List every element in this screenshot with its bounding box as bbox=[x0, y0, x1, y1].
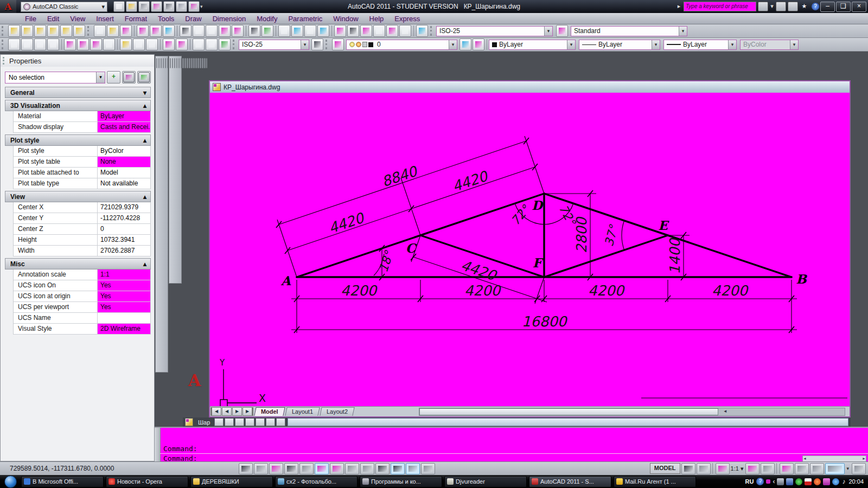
nav-prev-icon[interactable]: ◀ bbox=[222, 407, 232, 416]
select-objects-button[interactable] bbox=[122, 71, 136, 84]
draw-tool-icon[interactable] bbox=[156, 58, 157, 68]
chevron-up-icon[interactable]: ▴ bbox=[143, 137, 146, 144]
auto-annotation-icon[interactable] bbox=[761, 463, 775, 474]
property-row[interactable]: UCS icon at originYes bbox=[14, 291, 150, 302]
polar-toggle[interactable] bbox=[299, 463, 314, 474]
tool-palettes-icon[interactable] bbox=[360, 25, 372, 37]
model-space-canvas[interactable]: 4420 4420 8840 4420 2800 1400 4200 4200 … bbox=[210, 93, 850, 407]
menu-file[interactable]: File bbox=[20, 15, 42, 23]
dim-style-brush-icon[interactable] bbox=[311, 38, 323, 50]
aligned-dimension-icon[interactable] bbox=[21, 38, 33, 50]
menu-help[interactable]: Help bbox=[364, 15, 390, 23]
window-button[interactable] bbox=[214, 418, 224, 426]
constraint-lock-icon[interactable] bbox=[8, 25, 20, 37]
hardware-acceleration-icon[interactable] bbox=[810, 463, 824, 474]
undo-icon[interactable] bbox=[248, 25, 260, 37]
chevron-down-icon[interactable]: ▾ bbox=[96, 72, 105, 83]
tab-layout2[interactable]: Layout2 bbox=[320, 407, 355, 416]
taskbar-item-opera[interactable]: Новости - Opera bbox=[106, 476, 188, 487]
open-file-icon[interactable] bbox=[126, 1, 137, 12]
menu-modify[interactable]: Modify bbox=[251, 15, 283, 23]
section-plot-style[interactable]: Plot style ▴ bbox=[5, 134, 151, 146]
tray-icon[interactable] bbox=[805, 478, 812, 485]
workspace-switcher[interactable]: AutoCAD Classic ▾ bbox=[21, 2, 107, 12]
quick-calc-icon[interactable] bbox=[399, 25, 411, 37]
snap-toggle[interactable] bbox=[254, 463, 268, 474]
modify-tool-icon[interactable] bbox=[205, 58, 206, 68]
modify-tool-icon[interactable] bbox=[170, 58, 171, 68]
chevron-down-icon[interactable]: ▾ bbox=[567, 40, 575, 49]
menu-draw[interactable]: Draw bbox=[180, 15, 207, 23]
chevron-down-icon[interactable]: ▾ bbox=[301, 40, 309, 49]
property-row[interactable]: UCS Name bbox=[14, 313, 150, 324]
plot-preview-icon[interactable] bbox=[150, 25, 162, 37]
cut-icon[interactable] bbox=[180, 25, 192, 37]
plot-icon[interactable] bbox=[188, 1, 200, 12]
modify-tool-icon[interactable] bbox=[187, 58, 188, 68]
property-row[interactable]: Center Y-112270.4228 bbox=[14, 213, 150, 224]
redo-icon[interactable] bbox=[261, 25, 273, 37]
clean-screen-icon[interactable] bbox=[852, 463, 866, 474]
center-mark-icon[interactable] bbox=[176, 38, 188, 50]
annotation-scale-value[interactable]: 1:1 ▾ bbox=[731, 465, 744, 472]
design-center-icon[interactable] bbox=[347, 25, 359, 37]
undo-icon[interactable] bbox=[163, 1, 175, 12]
taskbar-item-djvureader[interactable]: Djvureader bbox=[444, 476, 527, 487]
chevron-up-icon[interactable]: ▴ bbox=[143, 260, 146, 268]
taskbar-item-office[interactable]: В Microsoft Offi... bbox=[21, 476, 104, 487]
chevron-down-icon[interactable]: ▾ bbox=[544, 27, 552, 36]
menu-insert[interactable]: Insert bbox=[91, 15, 119, 23]
language-indicator[interactable]: RU bbox=[745, 478, 754, 485]
transparency-toggle[interactable] bbox=[406, 463, 420, 474]
section-misc[interactable]: Misc ▴ bbox=[5, 258, 151, 269]
layer-states-icon[interactable] bbox=[459, 38, 471, 50]
lineweight-toggle[interactable] bbox=[391, 463, 405, 474]
draw-tool-icon[interactable] bbox=[167, 58, 168, 68]
property-row[interactable]: Shadow displayCasts and Recei... bbox=[14, 122, 150, 133]
pan-icon[interactable] bbox=[278, 25, 290, 37]
toolbar-grip[interactable] bbox=[87, 26, 92, 36]
angular-dimension-icon[interactable] bbox=[103, 38, 115, 50]
modify-tool-icon[interactable] bbox=[183, 58, 184, 68]
save-as-icon[interactable] bbox=[151, 1, 162, 12]
modify-tool-icon[interactable] bbox=[185, 58, 186, 68]
expander-icon[interactable]: ▸ bbox=[674, 2, 684, 11]
property-row[interactable]: UCS per viewportYes bbox=[14, 302, 150, 313]
diameter-dimension-icon[interactable] bbox=[90, 38, 102, 50]
selection-combo[interactable]: No selection ▾ bbox=[5, 72, 105, 84]
publish-icon[interactable] bbox=[163, 25, 175, 37]
constraint-lock-icon[interactable] bbox=[21, 25, 33, 37]
modify-tool-icon[interactable] bbox=[178, 58, 180, 68]
tray-expand-icon[interactable]: ‹ bbox=[773, 478, 775, 485]
dimension-edit-icon[interactable] bbox=[193, 38, 205, 50]
modify-tool-icon[interactable] bbox=[192, 58, 193, 68]
menu-edit[interactable]: Edit bbox=[42, 15, 65, 23]
modify-tool-icon[interactable] bbox=[198, 58, 199, 68]
redo-icon[interactable] bbox=[176, 1, 187, 12]
coordinates-display[interactable]: 729589.5014, -117311.6780, 0.0000 bbox=[10, 465, 145, 472]
quick-select-button[interactable] bbox=[137, 71, 151, 84]
help-icon[interactable] bbox=[416, 25, 428, 37]
draw-tool-icon[interactable] bbox=[206, 58, 207, 68]
taskbar-item-photoalbum[interactable]: cx2 - Фотоальбо... bbox=[275, 476, 358, 487]
save-icon[interactable] bbox=[138, 1, 150, 12]
pickadd-toggle-button[interactable]: + bbox=[107, 71, 120, 84]
phone-tray-icon[interactable] bbox=[823, 478, 830, 485]
ortho-toggle[interactable] bbox=[284, 463, 298, 474]
layer-properties-icon[interactable] bbox=[332, 38, 344, 50]
background-window-titlebar[interactable]: Шар bbox=[183, 418, 851, 427]
command-window[interactable]: Command: Command: Command: *Cancel* Comm… bbox=[155, 427, 868, 461]
status-menu-bulb-icon[interactable] bbox=[825, 463, 845, 474]
infer-constraints-toggle[interactable] bbox=[239, 463, 253, 474]
section-3d-visualization[interactable]: 3D Visualization ▴ bbox=[5, 100, 151, 111]
taskbar-item-programs[interactable]: Программы и ко... bbox=[360, 476, 442, 487]
annotation-visibility-icon[interactable] bbox=[745, 463, 760, 474]
help-tray-icon[interactable]: ? bbox=[756, 478, 764, 485]
modify-tool-icon[interactable] bbox=[200, 58, 201, 68]
quick-properties-toggle[interactable] bbox=[421, 463, 435, 474]
osnap-toggle[interactable] bbox=[315, 463, 329, 474]
volume-icon[interactable]: ♪ bbox=[842, 478, 845, 485]
help-icon[interactable]: ? bbox=[812, 3, 819, 10]
linetype-combo[interactable]: ByLayer ▾ bbox=[579, 40, 660, 50]
menu-view[interactable]: View bbox=[65, 15, 91, 23]
